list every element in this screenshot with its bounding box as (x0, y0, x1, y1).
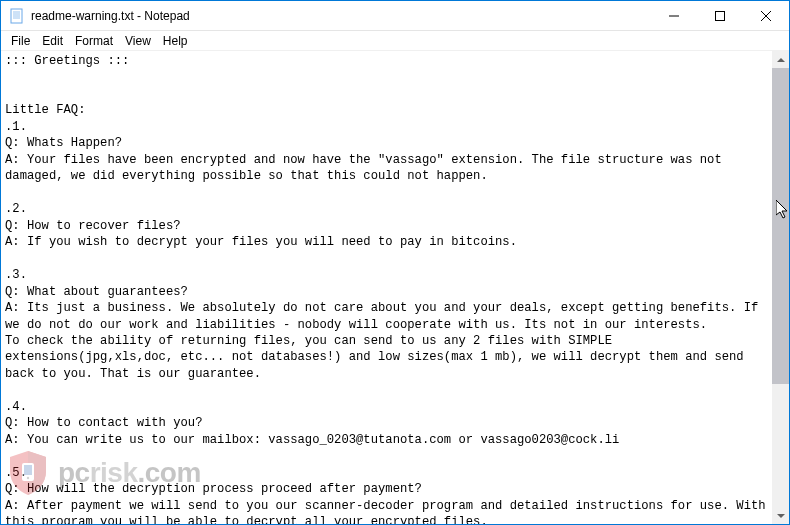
maximize-button[interactable] (697, 1, 743, 30)
titlebar[interactable]: readme-warning.txt - Notepad (1, 1, 789, 31)
scroll-track[interactable] (772, 68, 789, 507)
scroll-thumb[interactable] (772, 68, 789, 384)
vertical-scrollbar[interactable] (772, 51, 789, 524)
scroll-down-button[interactable] (772, 507, 789, 524)
minimize-button[interactable] (651, 1, 697, 30)
svg-marker-9 (777, 58, 785, 62)
menu-format[interactable]: Format (69, 33, 119, 49)
notepad-window: readme-warning.txt - Notepad File Edit F… (0, 0, 790, 525)
svg-marker-10 (777, 514, 785, 518)
scroll-up-button[interactable] (772, 51, 789, 68)
menu-view[interactable]: View (119, 33, 157, 49)
svg-rect-6 (716, 11, 725, 20)
menu-file[interactable]: File (5, 33, 36, 49)
window-controls (651, 1, 789, 30)
close-button[interactable] (743, 1, 789, 30)
menu-edit[interactable]: Edit (36, 33, 69, 49)
menubar: File Edit Format View Help (1, 31, 789, 51)
window-title: readme-warning.txt - Notepad (31, 9, 651, 23)
content-area: ::: Greetings ::: Little FAQ: .1. Q: Wha… (1, 51, 789, 524)
notepad-icon (9, 8, 25, 24)
text-content[interactable]: ::: Greetings ::: Little FAQ: .1. Q: Wha… (1, 51, 772, 524)
menu-help[interactable]: Help (157, 33, 194, 49)
